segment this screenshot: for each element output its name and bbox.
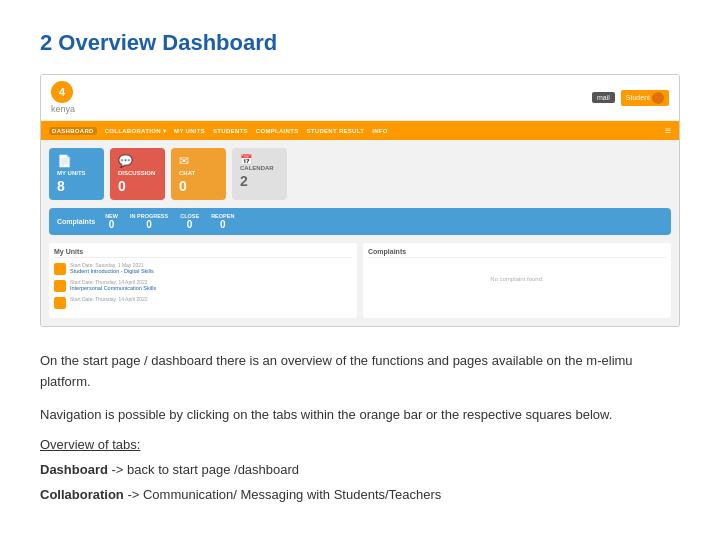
logo-number: 4	[51, 81, 73, 103]
widget-discussion-label: DISCUSSION	[118, 170, 157, 176]
my-units-table-title: My Units	[54, 248, 352, 258]
intro-text: On the start page / dashboard there is a…	[40, 351, 680, 393]
stat-new: NEW 0	[105, 213, 118, 230]
navigation-note: Navigation is possible by clicking on th…	[40, 405, 680, 426]
stat-reopen: REOPEN 0	[211, 213, 234, 230]
widget-my-units-value: 8	[57, 178, 96, 194]
nav-complaints: COMPLAINTS	[256, 127, 299, 135]
mini-header: 4 kenya mail Student	[41, 75, 679, 121]
widget-calendar: 📅 CALENDAR 2	[232, 148, 287, 200]
nav-my-units: MY UNITS	[174, 127, 205, 135]
widget-chat: ✉ CHAT 0	[171, 148, 226, 200]
unit-date-3: Start Date: Thursday, 14 April 2022	[70, 296, 148, 302]
calendar-icon: 📅	[240, 154, 279, 165]
nav-collaboration: COLLABORATION ▾	[105, 127, 166, 135]
nav-items: DASHBOARD COLLABORATION ▾ MY UNITS STUDE…	[49, 127, 388, 135]
my-units-table: My Units Start Date: Saturday, 1 May 202…	[49, 243, 357, 318]
unit-item-2: Start Date: Thursday, 14 April 2022 Inte…	[54, 279, 352, 292]
student-avatar	[652, 92, 664, 104]
tab-dashboard-text: -> back to start page /dashboard	[112, 462, 300, 477]
widget-calendar-value: 2	[240, 173, 279, 189]
stat-in-progress: IN PROGRESS 0	[130, 213, 168, 230]
unit-icon-3	[54, 297, 66, 309]
tab-collaboration-desc: Collaboration -> Communication/ Messagin…	[40, 485, 680, 506]
complaints-stats: NEW 0 IN PROGRESS 0 CLOSE 0 REOPEN 0	[105, 213, 234, 230]
mini-header-right: mail Student	[592, 90, 669, 106]
widget-calendar-label: CALENDAR	[240, 165, 279, 171]
hamburger-icon: ≡	[665, 125, 671, 136]
mini-tables: My Units Start Date: Saturday, 1 May 202…	[49, 243, 671, 318]
unit-item-3: Start Date: Thursday, 14 April 2022	[54, 296, 352, 309]
widget-discussion: 💬 DISCUSSION 0	[110, 148, 165, 200]
complaints-stats-label: Complaints	[57, 218, 95, 225]
mail-button: mail	[592, 92, 615, 103]
widgets-row: 📄 MY UNITS 8 💬 DISCUSSION 0 ✉ CHAT 0 📅 C…	[49, 148, 671, 200]
unit-icon	[54, 263, 66, 275]
unit-icon-2	[54, 280, 66, 292]
complaints-table-title: Complaints	[368, 248, 666, 258]
student-button: Student	[621, 90, 669, 106]
tab-collaboration-text: -> Communication/ Messaging with Student…	[127, 487, 441, 502]
mini-content: 📄 MY UNITS 8 💬 DISCUSSION 0 ✉ CHAT 0 📅 C…	[41, 140, 679, 326]
widget-chat-value: 0	[179, 178, 218, 194]
tab-collaboration-bold: Collaboration	[40, 487, 124, 502]
nav-info: INFO	[372, 127, 388, 135]
unit-item-1: Start Date: Saturday, 1 May 2021 Student…	[54, 262, 352, 275]
widget-discussion-value: 0	[118, 178, 157, 194]
complaints-stats-row: Complaints NEW 0 IN PROGRESS 0 CLOSE 0 R…	[49, 208, 671, 235]
stat-close: CLOSE 0	[180, 213, 199, 230]
unit-name-1: Student Introduction - Digital Skills	[70, 268, 154, 274]
widget-my-units: 📄 MY UNITS 8	[49, 148, 104, 200]
logo-text: kenya	[51, 104, 75, 114]
tabs-overview-label: Overview of tabs:	[40, 437, 680, 452]
mini-navbar: DASHBOARD COLLABORATION ▾ MY UNITS STUDE…	[41, 121, 679, 140]
no-complaint-text: No complaint found.	[368, 276, 666, 282]
widget-my-units-label: MY UNITS	[57, 170, 96, 176]
page-title: 2 Overview Dashboard	[40, 30, 680, 56]
complaints-table: Complaints No complaint found.	[363, 243, 671, 318]
mini-logo: 4 kenya	[51, 81, 75, 114]
tab-dashboard-desc: Dashboard -> back to start page /dashboa…	[40, 460, 680, 481]
nav-student-result: STUDENT RESULT	[306, 127, 364, 135]
nav-students: STUDENTS	[213, 127, 248, 135]
nav-dashboard: DASHBOARD	[49, 127, 97, 135]
dashboard-screenshot: 4 kenya mail Student DASHBOARD COLLABORA…	[40, 74, 680, 327]
unit-name-2: Interpersonal Communication Skills	[70, 285, 156, 291]
widget-chat-label: CHAT	[179, 170, 218, 176]
tab-dashboard-bold: Dashboard	[40, 462, 108, 477]
